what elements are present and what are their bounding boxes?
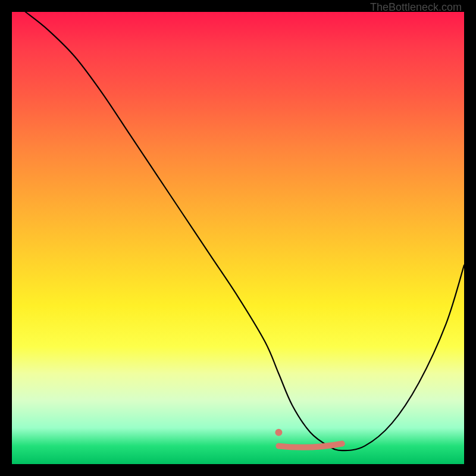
flat-region-highlight	[278, 444, 342, 447]
chart-container: TheBottleneck.com	[0, 0, 476, 476]
bottleneck-curve-svg	[12, 12, 464, 464]
plot-area	[12, 12, 464, 464]
bottleneck-curve-path	[26, 12, 464, 450]
marker-dot	[275, 429, 282, 436]
